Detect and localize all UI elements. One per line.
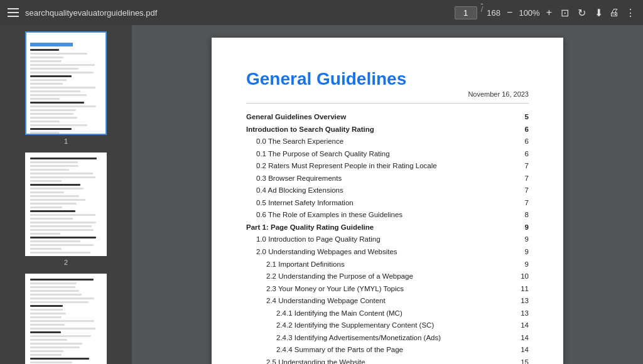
thumbnail-num-1: 1 <box>64 137 68 145</box>
toc-entry-page: 9 <box>516 246 529 259</box>
zoom-level: 100% <box>519 8 539 18</box>
toc-entry-text: 2.4.3 Identifying Advertisements/Monetiz… <box>276 332 516 345</box>
thumbnail-2[interactable]: 2 <box>5 153 127 266</box>
toc-entry-text: 2.4.4 Summary of the Parts of the Page <box>276 344 516 356</box>
toc-entry-text: 1.0 Introduction to Page Quality Rating <box>256 233 516 246</box>
toc-entry-text: 2.4.2 Identifying the Supplementary Cont… <box>276 319 516 332</box>
zoom-in-button[interactable]: + <box>544 6 554 19</box>
sidebar: 1234 <box>0 25 132 364</box>
toc-entry-page: 14 <box>516 319 529 332</box>
page-divider: / <box>481 4 484 14</box>
toc-entry-page: 5 <box>516 111 529 124</box>
print-button[interactable]: 🖨 <box>609 7 619 18</box>
toc-entry-text: 2.1 Important Definitions <box>266 259 516 271</box>
toc-entry-text: 2.4.1 Identifying the Main Content (MC) <box>276 308 516 320</box>
page-date: November 16, 2023 <box>246 90 529 98</box>
toc-entry-page: 7 <box>516 173 529 185</box>
toc-entry-text: Part 1: Page Quality Rating Guideline <box>246 222 516 234</box>
toc-entry: 2.4.4 Summary of the Parts of the Page14 <box>246 344 529 356</box>
zoom-out-button[interactable]: − <box>504 6 515 19</box>
toc-entry-page: 6 <box>516 148 529 161</box>
thumbnail-num-2: 2 <box>64 259 68 266</box>
toc-entry-page: 14 <box>516 332 529 345</box>
toc-entry: Introduction to Search Quality Rating6 <box>246 124 529 136</box>
toc-entry-text: 0.3 Browser Requirements <box>256 173 516 185</box>
toc-entry: 2.0 Understanding Webpages and Websites9 <box>246 246 529 259</box>
pdf-area[interactable]: General Guidelines November 16, 2023 Gen… <box>132 25 643 364</box>
toc-entry: 2.3 Your Money or Your Life (YMYL) Topic… <box>246 283 529 296</box>
toc-entry-text: 0.2 Raters Must Represent People in thei… <box>256 160 516 173</box>
toc-entry-text: 0.1 The Purpose of Search Quality Rating <box>256 148 516 161</box>
page-total: 168 <box>487 8 500 18</box>
toc-entry: 2.2 Understanding the Purpose of a Webpa… <box>246 270 529 283</box>
toc-entry-text: Introduction to Search Quality Rating <box>246 124 516 136</box>
thumbnail-1[interactable]: 1 <box>5 31 127 145</box>
toolbar: searchqualityevaluatorguidelines.pdf / 1… <box>0 0 643 25</box>
page-input[interactable] <box>455 6 477 19</box>
toc-container: General Guidelines Overview5Introduction… <box>246 111 529 364</box>
toc-entry-page: 9 <box>516 233 529 246</box>
toc-entry: 2.4.3 Identifying Advertisements/Monetiz… <box>246 332 529 345</box>
toc-entry: 2.5 Understanding the Website15 <box>246 356 529 364</box>
toc-entry: 2.4.2 Identifying the Supplementary Cont… <box>246 319 529 332</box>
toc-entry-page: 6 <box>516 124 529 136</box>
toc-entry-page: 7 <box>516 185 529 197</box>
toc-entry-page: 13 <box>516 295 529 308</box>
toc-entry-page: 9 <box>516 259 529 271</box>
main-area: 1234 General Guidelines November 16, 202… <box>0 25 643 364</box>
toc-entry-page: 14 <box>516 344 529 356</box>
right-toolbar-icons: ⬇ 🖨 ⋮ <box>595 7 635 19</box>
toc-entry: 2.4 Understanding Webpage Content13 <box>246 295 529 308</box>
toc-entry-text: 2.4 Understanding Webpage Content <box>266 295 516 308</box>
pdf-page: General Guidelines November 16, 2023 Gen… <box>212 38 563 364</box>
toc-entry-page: 7 <box>516 160 529 173</box>
thumbnail-3[interactable]: 3 <box>5 274 127 364</box>
toc-entry-page: 13 <box>516 308 529 320</box>
fit-page-button[interactable]: ⊡ <box>558 6 571 20</box>
toc-entry-text: 0.5 Internet Safety Information <box>256 197 516 210</box>
toc-entry-page: 7 <box>516 197 529 210</box>
toc-entry: 2.4.1 Identifying the Main Content (MC)1… <box>246 308 529 320</box>
toc-entry-page: 8 <box>516 209 529 222</box>
toc-entry-text: 0.0 The Search Experience <box>256 136 516 148</box>
more-options-button[interactable]: ⋮ <box>625 7 635 19</box>
toc-entry: 1.0 Introduction to Page Quality Rating9 <box>246 233 529 246</box>
toc-entry-text: 2.0 Understanding Webpages and Websites <box>256 246 516 259</box>
download-button[interactable]: ⬇ <box>595 7 603 19</box>
toc-entry: 0.5 Internet Safety Information7 <box>246 197 529 210</box>
toc-entry-text: General Guidelines Overview <box>246 111 516 124</box>
toc-entry-text: 2.2 Understanding the Purpose of a Webpa… <box>266 270 516 283</box>
toc-entry-page: 6 <box>516 136 529 148</box>
toc-entry-page: 9 <box>516 222 529 234</box>
toc-entry-page: 15 <box>516 356 529 364</box>
toc-entry: Part 1: Page Quality Rating Guideline9 <box>246 222 529 234</box>
toc-entry-page: 10 <box>516 270 529 283</box>
page-title: General Guidelines <box>246 69 529 89</box>
toc-entry-text: 2.5 Understanding the Website <box>266 356 516 364</box>
page-divider <box>246 103 529 104</box>
toc-entry-text: 0.6 The Role of Examples in these Guidel… <box>256 209 516 222</box>
toc-entry: General Guidelines Overview5 <box>246 111 529 124</box>
toc-entry-text: 0.4 Ad Blocking Extensions <box>256 185 516 197</box>
toc-entry: 0.2 Raters Must Represent People in thei… <box>246 160 529 173</box>
toc-entry: 0.1 The Purpose of Search Quality Rating… <box>246 148 529 161</box>
toc-entry: 0.0 The Search Experience6 <box>246 136 529 148</box>
toc-entry: 2.1 Important Definitions9 <box>246 259 529 271</box>
toc-entry-page: 11 <box>516 283 529 296</box>
toc-entry: 0.3 Browser Requirements7 <box>246 173 529 185</box>
toc-entry-text: 2.3 Your Money or Your Life (YMYL) Topic… <box>266 283 516 296</box>
rotate-button[interactable]: ↻ <box>575 6 588 20</box>
page-controls: / 168 − 100% + ⊡ ↻ <box>455 4 588 21</box>
toc-entry: 0.4 Ad Blocking Extensions7 <box>246 185 529 197</box>
menu-icon[interactable] <box>8 8 19 17</box>
filename: searchqualityevaluatorguidelines.pdf <box>25 8 448 18</box>
toc-entry: 0.6 The Role of Examples in these Guidel… <box>246 209 529 222</box>
